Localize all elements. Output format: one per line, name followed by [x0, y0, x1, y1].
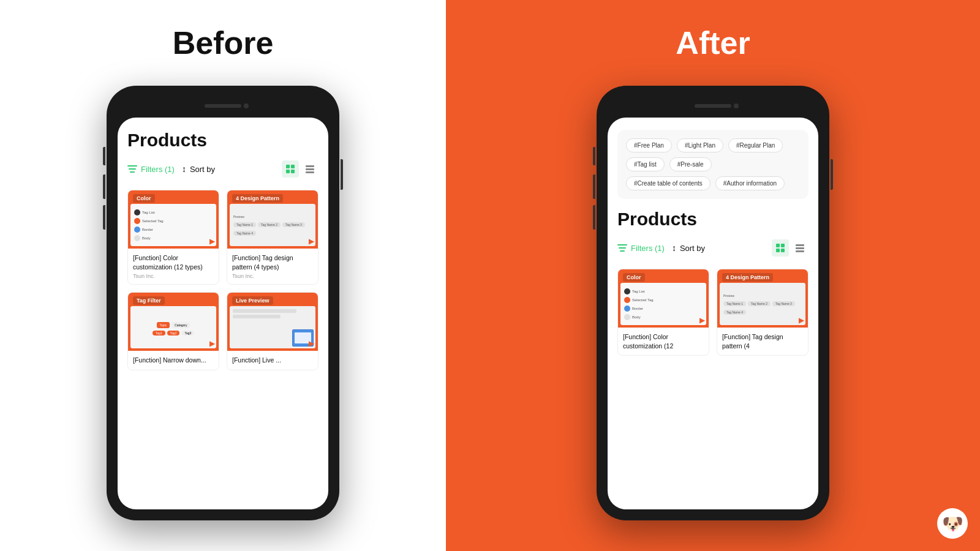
after-filter-icon [617, 244, 627, 252]
product-label-livepreview: Live Preview [232, 296, 273, 305]
product-info-tag: [Function] Tag design pattern (4 types) … [227, 249, 318, 284]
filter-tags-row: #Free Plan #Light Plan #Regular Plan #Ta… [626, 138, 800, 190]
product-arrow-livepreview: ▶ [309, 339, 314, 348]
after-sort-icon: ↕ [672, 243, 676, 253]
product-image-color: Color Tag List Selected Tag Border Body … [128, 190, 219, 249]
after-product-image-color: Color Tag List Selected Tag Border Body … [618, 269, 709, 328]
before-title: Before [173, 24, 274, 61]
right-panel: After #Free Plan #Light Plan #Regular Pl… [446, 0, 980, 551]
left-panel: Before Products Filters (1) [0, 0, 446, 551]
filter-icon [127, 165, 137, 173]
after-products-title: Products [617, 209, 809, 230]
before-phone-screen: Products Filters (1) ↕ Sort by [118, 118, 328, 509]
list-icon [306, 165, 314, 173]
product-name-color: [Function] Color customization (12 types… [133, 253, 214, 271]
after-product-card-tag[interactable]: 4 Design Pattern Preview Tag Name 1 Tag … [717, 269, 809, 356]
after-product-label-tag: 4 Design Pattern [722, 273, 773, 282]
before-products-title: Products [127, 130, 318, 151]
product-label-tag: 4 Design Pattern [232, 194, 283, 203]
product-info-tagfilter: [Function] Narrow down... [128, 351, 219, 370]
grid-icon [286, 165, 295, 173]
after-phone-screen: #Free Plan #Light Plan #Regular Plan #Ta… [608, 118, 818, 509]
after-product-info-tag: [Function] Tag design pattern (4 [717, 328, 808, 355]
after-product-grid: Color Tag List Selected Tag Border Body … [617, 269, 809, 356]
filter-tags-area: #Free Plan #Light Plan #Regular Plan #Ta… [617, 130, 809, 199]
product-card-livepreview[interactable]: Live Preview [227, 292, 318, 370]
product-card-color[interactable]: Color Tag List Selected Tag Border Body … [127, 190, 219, 285]
after-product-label-color: Color [623, 273, 645, 282]
before-toolbar: Filters (1) ↕ Sort by [127, 160, 318, 178]
product-name-livepreview: [Function] Live ... [232, 356, 313, 365]
after-product-image-tag: 4 Design Pattern Preview Tag Name 1 Tag … [717, 269, 808, 328]
filter-tag-author[interactable]: #Author information [715, 176, 785, 190]
before-filters-label: Filters (1) [141, 165, 175, 174]
after-title: After [676, 24, 750, 61]
after-list-view-button[interactable] [791, 239, 809, 257]
after-filter-button[interactable]: Filters (1) [617, 244, 665, 253]
product-arrow-tagfilter: ▶ [209, 339, 215, 348]
product-label-color: Color [133, 194, 155, 203]
before-sort-label: Sort by [190, 165, 215, 174]
after-sort-label: Sort by [680, 244, 705, 253]
after-list-icon [796, 244, 804, 252]
after-product-arrow-tag: ▶ [799, 316, 804, 324]
product-card-tagfilter[interactable]: Tag Filter Topic Category Tag1 Tag2 [127, 292, 219, 370]
before-sort-button[interactable]: ↕ Sort by [182, 164, 215, 174]
after-product-info-color: [Function] Color customization (12 [618, 328, 709, 355]
product-name-tagfilter: [Function] Narrow down... [133, 356, 214, 365]
after-phone-notch [608, 97, 818, 115]
filter-tag-toc[interactable]: #Create table of contents [626, 176, 710, 190]
after-product-arrow-color: ▶ [699, 316, 705, 324]
after-sort-button[interactable]: ↕ Sort by [672, 243, 705, 253]
before-product-grid: Color Tag List Selected Tag Border Body … [127, 190, 318, 370]
before-grid-view-button[interactable] [282, 160, 299, 178]
before-phone: Products Filters (1) ↕ Sort by [107, 86, 339, 520]
after-toolbar: Filters (1) ↕ Sort by [617, 239, 809, 257]
product-arrow-tag: ▶ [309, 237, 314, 246]
product-image-livepreview: Live Preview [227, 293, 318, 351]
after-view-icons [772, 239, 809, 257]
filter-tag-presale[interactable]: #Pre-sale [669, 157, 712, 171]
product-name-tag: [Function] Tag design pattern (4 types) [232, 253, 313, 271]
filter-tag-light[interactable]: #Light Plan [677, 138, 723, 152]
product-author-tag: Tsun Inc. [232, 273, 313, 279]
product-arrow-color: ▶ [209, 237, 215, 246]
after-phone: #Free Plan #Light Plan #Regular Plan #Ta… [597, 86, 829, 520]
before-list-view-button[interactable] [301, 160, 318, 178]
after-grid-icon [776, 244, 785, 252]
after-grid-view-button[interactable] [772, 239, 789, 257]
product-author-color: Tsun Inc. [133, 273, 214, 279]
before-filter-button[interactable]: Filters (1) [127, 165, 175, 174]
after-product-name-tag: [Function] Tag design pattern (4 [722, 332, 803, 350]
after-product-name-color: [Function] Color customization (12 [623, 332, 704, 350]
product-info-color: [Function] Color customization (12 types… [128, 249, 219, 284]
product-card-tag[interactable]: 4 Design Pattern Preview Tag Name 1 Tag … [227, 190, 318, 285]
product-image-tag: 4 Design Pattern Preview Tag Name 1 Tag … [227, 190, 318, 249]
product-info-livepreview: [Function] Live ... [227, 351, 318, 370]
dog-mascot: 🐶 [937, 508, 968, 539]
filter-tag-taglist[interactable]: #Tag list [626, 157, 665, 171]
filter-tag-free[interactable]: #Free Plan [626, 138, 672, 152]
filter-tag-regular[interactable]: #Regular Plan [728, 138, 783, 152]
product-label-tagfilter: Tag Filter [133, 296, 165, 305]
phone-notch [118, 97, 328, 115]
sort-icon: ↕ [182, 164, 186, 174]
dog-face-icon: 🐶 [937, 508, 968, 539]
after-filters-label: Filters (1) [631, 244, 665, 253]
before-view-icons [282, 160, 318, 178]
product-image-tagfilter: Tag Filter Topic Category Tag1 Tag2 [128, 293, 219, 351]
after-product-card-color[interactable]: Color Tag List Selected Tag Border Body … [617, 269, 709, 356]
